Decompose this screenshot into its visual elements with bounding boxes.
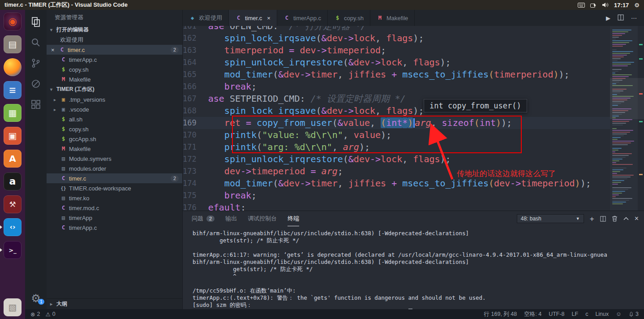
extensions-icon[interactable] <box>25 94 47 115</box>
file-item-.tmp_versions[interactable]: ▸▣.tmp_versions <box>47 95 182 104</box>
code-line-163[interactable]: 163 timerperiod = dev->timeperiod; <box>183 44 644 56</box>
language-mode[interactable]: c <box>585 311 588 317</box>
code-line-169[interactable]: 169 ret = copy_from_user(&value, (int*)a… <box>183 117 644 129</box>
session-gear-icon[interactable]: ⚙ <box>634 2 640 9</box>
source-control-icon[interactable] <box>25 53 47 73</box>
close-icon[interactable]: × <box>267 15 270 22</box>
input-method-icon[interactable] <box>590 3 597 8</box>
file-item-copy.sh[interactable]: $copy.sh <box>47 124 182 134</box>
file-item-Makefile[interactable]: MMakefile <box>47 74 182 84</box>
warnings-indicator[interactable]: ⚠0 <box>45 311 55 318</box>
files-app-icon[interactable]: ▤ <box>4 35 21 53</box>
open-editors-header[interactable]: ▾打开的编辑器 <box>47 25 182 35</box>
software-center-icon[interactable]: A <box>4 150 21 168</box>
system-tool-icon[interactable]: ⚒ <box>4 195 21 213</box>
code-line-175[interactable]: 175 break; <box>183 190 644 202</box>
settings-gear-icon[interactable]: ⚙1 <box>31 292 41 305</box>
file-item-timerApp[interactable]: ▤timerApp <box>47 213 182 223</box>
file-item-timer.mod.c[interactable]: Ctimer.mod.c <box>47 203 182 213</box>
encoding-setting[interactable]: UTF-8 <box>549 311 564 317</box>
notifications-bell[interactable]: 3 <box>629 311 639 317</box>
errors-indicator[interactable]: ⊗2 <box>30 311 40 318</box>
file-item-欢迎使用[interactable]: 欢迎使用 <box>47 35 182 45</box>
new-terminal-button[interactable]: + <box>590 215 594 223</box>
eol-setting[interactable]: LF <box>572 311 579 317</box>
file-item-.vscode[interactable]: ▸▣.vscode <box>47 104 182 114</box>
indentation-setting[interactable]: 空格: 4 <box>524 310 541 318</box>
libreoffice-impress-glyph: ▣ <box>9 131 17 140</box>
panel-tab-输出[interactable]: 输出 <box>225 211 237 226</box>
cursor-position[interactable]: 行 169, 列 48 <box>484 310 517 318</box>
code-line-166[interactable]: 166 break; <box>183 81 644 93</box>
terminal-selector[interactable]: 48: bash▼ <box>517 214 584 223</box>
tab-timerApp.c[interactable]: CtimerApp.c <box>277 10 328 26</box>
clock[interactable]: 17:17 <box>614 2 629 9</box>
code-line-173[interactable]: 173 dev->timeperiod = arg; <box>183 165 644 177</box>
maximize-panel-icon[interactable] <box>623 217 629 220</box>
search-icon[interactable] <box>25 32 47 53</box>
more-actions-icon[interactable]: ⋯ <box>631 15 637 22</box>
line-number: 161 <box>183 26 208 32</box>
libreoffice-calc-icon[interactable]: ▦ <box>4 104 21 122</box>
code-line-171[interactable]: 171 printk("arg: %d\r\n", arg); <box>183 141 644 153</box>
warning-icon: ⚠ <box>45 311 50 318</box>
file-label: copy.sh <box>69 126 89 133</box>
file-item-timer.ko[interactable]: ▤timer.ko <box>47 193 182 203</box>
panel-tab-终端[interactable]: 终端 <box>288 211 299 226</box>
file-item-TIMER.code-workspace[interactable]: {}TIMER.code-workspace <box>47 183 182 193</box>
split-terminal-icon[interactable] <box>600 216 606 222</box>
code-line-170[interactable]: 170 printk("value: %d\r\n", value); <box>183 129 644 141</box>
keyboard-indicator-icon[interactable] <box>578 3 585 8</box>
libreoffice-writer-icon[interactable]: ≡ <box>4 81 21 99</box>
file-item-timerApp.c[interactable]: CtimerApp.c <box>47 55 182 65</box>
panel-tab-调试控制台[interactable]: 调试控制台 <box>248 211 277 226</box>
panel-tab-问题[interactable]: 问题2 <box>192 211 215 226</box>
volume-icon[interactable] <box>602 2 609 8</box>
terminal-app-icon[interactable]: >_ <box>4 241 21 259</box>
tab-timer.c[interactable]: Ctimer.c× <box>229 10 277 26</box>
file-item-Module.symvers[interactable]: ▤Module.symvers <box>47 154 182 164</box>
vscode-icon[interactable]: ‹› <box>4 218 21 236</box>
run-button[interactable]: ▶ <box>606 15 610 22</box>
terminal-output[interactable]: bihf/arm-linux-gnueabihf/libc/usr/includ… <box>183 226 644 309</box>
file-item-timer.c[interactable]: ×Ctimer.c2 <box>47 45 182 55</box>
outline-header[interactable]: ▸大纲 <box>47 298 182 309</box>
code-line-174[interactable]: 174 mod_timer(&dev->timer, jiffies + mse… <box>183 177 644 190</box>
feedback-smiley-icon[interactable]: ☺ <box>616 311 622 317</box>
tab-欢迎使用[interactable]: ◆欢迎使用 <box>183 10 229 26</box>
debug-icon[interactable] <box>25 73 47 94</box>
code-line-162[interactable]: 162 spin_lock_irqsave(&dev->lock, flags)… <box>183 32 644 44</box>
code-line-172[interactable]: 172 spin_unlock_irqrestore(&dev->lock, f… <box>183 153 644 165</box>
file-item-timer.c[interactable]: Ctimer.c2 <box>47 173 182 183</box>
close-panel-icon[interactable]: × <box>635 215 639 222</box>
file-item-gccApp.sh[interactable]: $gccApp.sh <box>47 134 182 144</box>
c-file-icon: C <box>59 47 65 53</box>
code-line-176[interactable]: 176efault: <box>183 202 644 211</box>
code-line-161[interactable]: 161ase OPEN_CMD: /* 打开定时器 */ <box>183 26 644 32</box>
kill-terminal-icon[interactable] <box>612 216 618 222</box>
status-bar: ⊗2 ⚠0 行 169, 列 48 空格: 4 UTF-8 LF c Linux… <box>25 309 644 319</box>
code-editor[interactable]: 161ase OPEN_CMD: /* 打开定时器 */162 spin_loc… <box>183 26 644 211</box>
tab-copy.sh[interactable]: $copy.sh <box>328 10 370 26</box>
file-item-all.sh[interactable]: $all.sh <box>47 114 182 124</box>
code-line-168[interactable]: 168 spin_lock_irqsave(&dev->lock, flags)… <box>183 105 644 117</box>
code-line-167[interactable]: 167ase SETPERIOD_CMD: /* 设置定时器周期 */ <box>183 93 644 105</box>
code-line-164[interactable]: 164 spin_unlock_irqrestore(&dev->lock, f… <box>183 56 644 69</box>
tab-Makefile[interactable]: MMakefile <box>370 10 415 26</box>
split-editor-icon[interactable] <box>618 14 624 22</box>
bottom-app-icon[interactable]: ▧ <box>4 298 21 316</box>
file-item-timerApp.c[interactable]: CtimerApp.c <box>47 223 182 233</box>
libreoffice-impress-icon[interactable]: ▣ <box>4 127 21 145</box>
code-line-165[interactable]: 165 mod_timer(&dev->timer, jiffies + mse… <box>183 69 644 81</box>
workspace-header[interactable]: ▾TIMER (工作区) <box>47 84 182 95</box>
firefox-icon[interactable] <box>4 58 21 76</box>
file-item-copy.sh[interactable]: $copy.sh <box>47 65 182 74</box>
file-item-Makefile[interactable]: MMakefile <box>47 144 182 154</box>
close-icon[interactable]: × <box>51 47 56 53</box>
c-file-icon: C <box>60 175 67 181</box>
explorer-icon[interactable] <box>25 12 47 32</box>
dash-home-icon[interactable]: ◉ <box>4 13 21 30</box>
scrollbar-slider[interactable] <box>610 78 644 119</box>
file-item-modules.order[interactable]: ▤modules.order <box>47 164 182 173</box>
amazon-icon[interactable]: a <box>4 172 21 190</box>
